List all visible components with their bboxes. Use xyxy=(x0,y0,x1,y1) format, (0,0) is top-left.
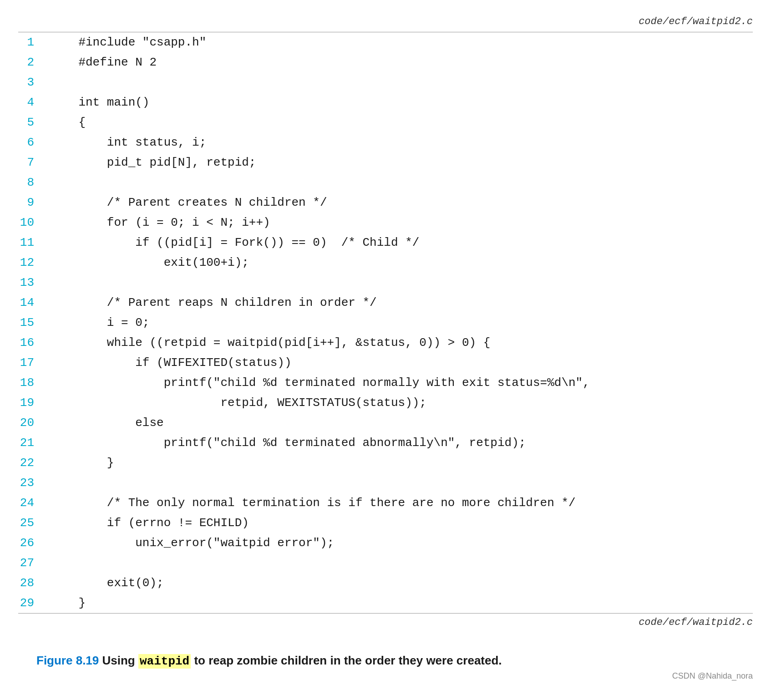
line-number: 17 xyxy=(18,353,46,373)
line-code: int status, i; xyxy=(46,132,753,152)
line-code: for (i = 0; i < N; i++) xyxy=(46,213,753,233)
line-code: } xyxy=(46,453,753,473)
table-row: 14 /* Parent reaps N children in order *… xyxy=(18,293,753,313)
line-code: exit(0); xyxy=(46,573,753,593)
table-row: 4 int main() xyxy=(18,92,753,112)
line-number: 5 xyxy=(18,112,46,132)
line-code: printf("child %d terminated normally wit… xyxy=(46,373,753,393)
line-code: pid_t pid[N], retpid; xyxy=(46,152,753,172)
line-code: while ((retpid = waitpid(pid[i++], &stat… xyxy=(46,333,753,353)
line-code xyxy=(46,473,753,493)
highlight-keyword: waitpid xyxy=(138,654,191,669)
line-number: 11 xyxy=(18,233,46,253)
line-number: 28 xyxy=(18,573,46,593)
line-number: 18 xyxy=(18,373,46,393)
line-number: 24 xyxy=(18,493,46,513)
line-code: else xyxy=(46,413,753,433)
line-number: 4 xyxy=(18,92,46,112)
table-row: 6 int status, i; xyxy=(18,132,753,152)
line-number: 2 xyxy=(18,52,46,72)
table-row: 5 { xyxy=(18,112,753,132)
line-number: 12 xyxy=(18,253,46,273)
table-row: 2 #define N 2 xyxy=(18,52,753,72)
line-code: int main() xyxy=(46,92,753,112)
table-row: 25 if (errno != ECHILD) xyxy=(18,513,753,533)
table-row: 10 for (i = 0; i < N; i++) xyxy=(18,213,753,233)
table-row: 13 xyxy=(18,273,753,293)
table-row: 27 xyxy=(18,553,753,573)
table-row: 15 i = 0; xyxy=(18,313,753,333)
file-path-bottom: code/ecf/waitpid2.c xyxy=(639,617,753,628)
line-code: #include "csapp.h" xyxy=(46,32,753,52)
line-code: { xyxy=(46,112,753,132)
line-code xyxy=(46,553,753,573)
line-number: 9 xyxy=(18,193,46,213)
line-number: 1 xyxy=(18,32,46,52)
line-number: 10 xyxy=(18,213,46,233)
table-row: 26 unix_error("waitpid error"); xyxy=(18,533,753,553)
line-number: 25 xyxy=(18,513,46,533)
figure-label: Figure 8.19 xyxy=(36,654,99,667)
table-row: 29 } xyxy=(18,593,753,613)
caption-pre: Using xyxy=(102,654,138,667)
table-row: 12 exit(100+i); xyxy=(18,253,753,273)
line-code: printf("child %d terminated abnormally\n… xyxy=(46,433,753,453)
line-number: 21 xyxy=(18,433,46,453)
code-block: 1 #include "csapp.h"2 #define N 234 int … xyxy=(18,32,753,613)
line-code: #define N 2 xyxy=(46,52,753,72)
line-code: if (WIFEXITED(status)) xyxy=(46,353,753,373)
line-code: /* Parent creates N children */ xyxy=(46,193,753,213)
table-row: 9 /* Parent creates N children */ xyxy=(18,193,753,213)
line-code: retpid, WEXITSTATUS(status)); xyxy=(46,393,753,413)
table-row: 20 else xyxy=(18,413,753,433)
line-code: unix_error("waitpid error"); xyxy=(46,533,753,553)
line-number: 26 xyxy=(18,533,46,553)
table-row: 8 xyxy=(18,172,753,193)
table-row: 28 exit(0); xyxy=(18,573,753,593)
line-number: 6 xyxy=(18,132,46,152)
line-number: 19 xyxy=(18,393,46,413)
figure-caption: Figure 8.19 Using waitpid to reap zombie… xyxy=(36,652,735,670)
line-number: 23 xyxy=(18,473,46,493)
line-code: /* Parent reaps N children in order */ xyxy=(46,293,753,313)
line-code: /* The only normal termination is if the… xyxy=(46,493,753,513)
table-row: 16 while ((retpid = waitpid(pid[i++], &s… xyxy=(18,333,753,353)
line-code xyxy=(46,72,753,92)
line-code: if ((pid[i] = Fork()) == 0) /* Child */ xyxy=(46,233,753,253)
line-code: exit(100+i); xyxy=(46,253,753,273)
file-path-top: code/ecf/waitpid2.c xyxy=(639,16,753,27)
table-row: 22 } xyxy=(18,453,753,473)
line-number: 7 xyxy=(18,152,46,172)
table-row: 1 #include "csapp.h" xyxy=(18,32,753,52)
line-number: 27 xyxy=(18,553,46,573)
table-row: 11 if ((pid[i] = Fork()) == 0) /* Child … xyxy=(18,233,753,253)
line-code: } xyxy=(46,593,753,613)
line-number: 13 xyxy=(18,273,46,293)
table-row: 21 printf("child %d terminated abnormall… xyxy=(18,433,753,453)
table-row: 23 xyxy=(18,473,753,493)
table-row: 24 /* The only normal termination is if … xyxy=(18,493,753,513)
line-code: if (errno != ECHILD) xyxy=(46,513,753,533)
line-number: 20 xyxy=(18,413,46,433)
line-number: 22 xyxy=(18,453,46,473)
table-row: 18 printf("child %d terminated normally … xyxy=(18,373,753,393)
line-number: 29 xyxy=(18,593,46,613)
line-number: 3 xyxy=(18,72,46,92)
line-number: 15 xyxy=(18,313,46,333)
line-number: 16 xyxy=(18,333,46,353)
line-number: 8 xyxy=(18,172,46,193)
line-code xyxy=(46,273,753,293)
caption-post: to reap zombie children in the order the… xyxy=(191,654,502,667)
table-row: 17 if (WIFEXITED(status)) xyxy=(18,353,753,373)
line-code xyxy=(46,172,753,193)
table-row: 3 xyxy=(18,72,753,92)
line-number: 14 xyxy=(18,293,46,313)
watermark: CSDN @Nahida_nora xyxy=(672,671,753,681)
line-code: i = 0; xyxy=(46,313,753,333)
table-row: 7 pid_t pid[N], retpid; xyxy=(18,152,753,172)
table-row: 19 retpid, WEXITSTATUS(status)); xyxy=(18,393,753,413)
